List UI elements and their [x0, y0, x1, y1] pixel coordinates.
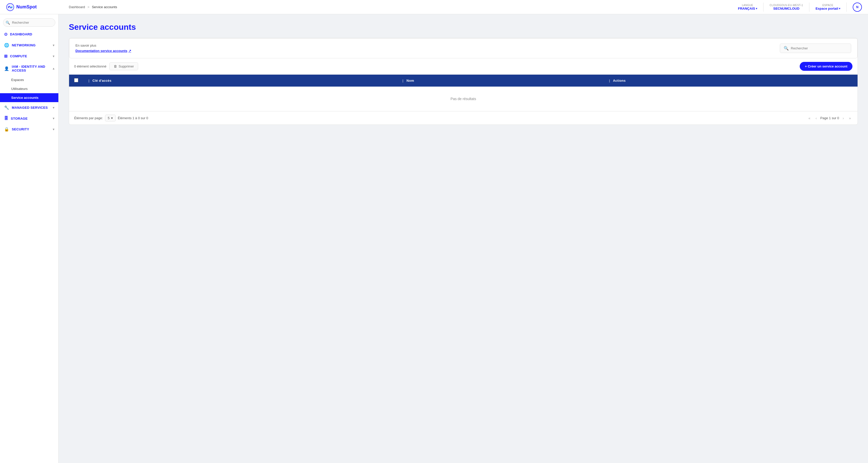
select-all-checkbox[interactable] [74, 78, 78, 82]
delete-label: Supprimer [119, 64, 134, 68]
sidebar-item-security[interactable]: 🔒 SECURITY ▾ [0, 124, 58, 135]
table-search-box: 🔍 [780, 43, 851, 53]
search-input[interactable] [3, 18, 55, 27]
next-page-button[interactable]: › [841, 115, 845, 121]
table-search-input[interactable] [791, 46, 847, 50]
user-initials: N [856, 5, 859, 9]
storage-icon: 🗄 [4, 116, 8, 121]
header-right: LANGUE FRANÇAIS ▾ CLOUDGOUV-EU-WEST-1 SE… [738, 3, 862, 12]
sidebar-item-networking[interactable]: 🌐 NETWORKING ▾ [0, 40, 58, 51]
delete-button[interactable]: 🗑 Supprimer [109, 62, 138, 70]
pagination-right: « ‹ Page 1 sur 0 › » [807, 115, 852, 121]
sidebar-item-label-storage: STORAGE [11, 117, 28, 121]
sidebar-item-label-dashboard: DASHBOARD [10, 32, 32, 36]
sidebar-item-label-security: SECURITY [12, 127, 29, 131]
table-row-empty: Pas de résultats [69, 87, 858, 111]
col-name: | Nom [397, 75, 604, 87]
sidebar-item-managed-services[interactable]: 🔧 MANAGED SERVICES ▾ [0, 102, 58, 113]
sidebar-sub-label-utilisateurs: Utilisateurs [11, 87, 28, 91]
sidebar-item-dashboard[interactable]: ⊙ DASHBOARD [0, 29, 58, 40]
chevron-down-icon-pagesize: ▾ [111, 116, 113, 120]
col-actions: | Actions [604, 75, 858, 87]
page-label: Page 1 sur 0 [820, 116, 839, 120]
iam-icon: 👤 [4, 66, 9, 71]
sidebar-item-iam[interactable]: 👤 IAM - IDENTITY AND ACCESS ▴ [0, 62, 58, 75]
chevron-down-icon-managed: ▾ [53, 106, 54, 109]
chevron-down-icon-compute: ▾ [53, 55, 54, 58]
external-link-icon: ↗ [128, 49, 131, 53]
pagination-bar: Éléments par page: 5 ▾ Éléments 1 à 0 su… [69, 111, 858, 125]
table-toolbar: 0 élément sélectionné 🗑 Supprimer + Crée… [69, 58, 858, 75]
page-size-value: 5 [108, 116, 110, 120]
learn-more-label: En savoir plus [75, 43, 131, 47]
breadcrumb-home: Dashboard [69, 5, 85, 9]
dashboard-icon: ⊙ [4, 32, 7, 37]
sidebar: 🔍 ⊙ DASHBOARD 🌐 NETWORKING ▾ ⊞ COMPUTE ▾… [0, 14, 59, 463]
cloud-region: CLOUDGOUV-EU-WEST-1 SECNUMCLOUD [770, 4, 803, 10]
compute-icon: ⊞ [4, 54, 7, 59]
user-avatar[interactable]: N [853, 3, 862, 12]
sidebar-item-label-networking: NETWORKING [12, 43, 35, 47]
toolbar-left: 0 élément sélectionné 🗑 Supprimer [74, 62, 138, 70]
chevron-down-icon-security: ▾ [53, 128, 54, 131]
sidebar-item-utilisateurs[interactable]: Utilisateurs [0, 84, 58, 93]
page-title: Service accounts [69, 23, 858, 32]
table-body: Pas de résultats [69, 87, 858, 111]
svg-point-1 [8, 6, 9, 8]
logo-icon [6, 3, 14, 11]
sidebar-sub-label-espaces: Espaces [11, 78, 24, 82]
chevron-up-icon-iam: ▴ [53, 67, 54, 70]
select-all-col[interactable] [69, 75, 83, 87]
sidebar-item-service-accounts[interactable]: Service accounts [0, 93, 58, 102]
cloud-region-value: SECNUMCLOUD [773, 7, 800, 10]
security-icon: 🔒 [4, 127, 9, 132]
space-value: Espace portail ▾ [815, 7, 840, 10]
info-card: En savoir plus Documentation service acc… [69, 38, 858, 58]
breadcrumb: Dashboard > Service accounts [65, 5, 738, 9]
items-per-page-label: Éléments par page: [74, 116, 103, 120]
language-value: FRANÇAIS ▾ [738, 7, 757, 10]
header-divider-2 [809, 3, 809, 12]
cloud-region-label: CLOUDGOUV-EU-WEST-1 [770, 4, 803, 7]
sidebar-item-label-compute: COMPUTE [10, 54, 27, 58]
top-header: NumSpot Dashboard > Service accounts LAN… [0, 0, 868, 14]
sidebar-nav: ⊙ DASHBOARD 🌐 NETWORKING ▾ ⊞ COMPUTE ▾ 👤… [0, 29, 58, 463]
pagination-left: Éléments par page: 5 ▾ Éléments 1 à 0 su… [74, 114, 148, 122]
chevron-down-icon-storage: ▾ [53, 117, 54, 120]
svg-point-2 [11, 6, 12, 8]
sidebar-item-storage[interactable]: 🗄 STORAGE ▾ [0, 113, 58, 124]
chevron-down-icon-networking: ▾ [53, 43, 54, 47]
last-page-button[interactable]: » [847, 115, 852, 121]
sidebar-item-compute[interactable]: ⊞ COMPUTE ▾ [0, 51, 58, 62]
items-range: Éléments 1 à 0 sur 0 [118, 116, 148, 120]
sidebar-item-label-managed-services: MANAGED SERVICES [12, 106, 48, 109]
page-size-select[interactable]: 5 ▾ [105, 114, 116, 122]
search-icon: 🔍 [6, 21, 10, 25]
managed-services-icon: 🔧 [4, 105, 9, 110]
main-content: Service accounts En savoir plus Document… [59, 14, 868, 463]
content-card: En savoir plus Documentation service acc… [69, 38, 858, 125]
sidebar-sub-label-service-accounts: Service accounts [11, 96, 38, 100]
info-text-area: En savoir plus Documentation service acc… [75, 43, 131, 53]
create-service-account-button[interactable]: + Créer un service account [800, 62, 852, 71]
language-label: LANGUE [742, 4, 753, 7]
first-page-button[interactable]: « [807, 115, 812, 121]
create-label: + Créer un service account [805, 64, 847, 68]
space-label: ESPACE [823, 4, 833, 7]
sidebar-item-espaces[interactable]: Espaces [0, 75, 58, 84]
selected-count: 0 élément sélectionné [74, 64, 106, 68]
language-selector[interactable]: LANGUE FRANÇAIS ▾ [738, 4, 757, 10]
col-access-key: | Clé d'accès [83, 75, 397, 87]
prev-page-button[interactable]: ‹ [814, 115, 818, 121]
table-header: | Clé d'accès | Nom | Actions [69, 75, 858, 87]
chevron-down-icon-2: ▾ [839, 7, 840, 10]
sidebar-search-area: 🔍 [0, 14, 58, 29]
breadcrumb-current: Service accounts [92, 5, 117, 9]
logo-area: NumSpot [6, 3, 65, 11]
doc-link[interactable]: Documentation service accounts ↗ [75, 49, 131, 53]
trash-icon: 🗑 [114, 64, 117, 68]
logo-text: NumSpot [16, 4, 37, 10]
sidebar-item-label-iam: IAM - IDENTITY AND ACCESS [12, 65, 50, 72]
search-icon-table: 🔍 [784, 46, 789, 51]
space-selector[interactable]: ESPACE Espace portail ▾ [815, 4, 840, 10]
